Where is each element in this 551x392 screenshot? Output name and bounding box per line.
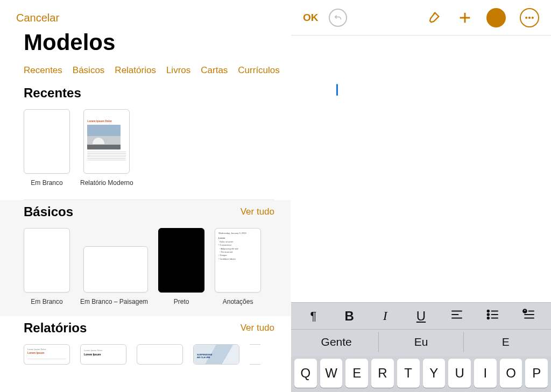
suggestion-2[interactable]: Eu (379, 332, 463, 352)
ellipsis-icon (524, 12, 535, 23)
section-relatorios: Relatórios Ver tudo Lorem Ipsum Dolor Lo… (0, 316, 291, 365)
template-report-1[interactable]: Lorem Ipsum Dolor Lorem Ipsum (24, 344, 70, 365)
tab-livros[interactable]: Livros (166, 65, 190, 76)
thumbnail-report-5 (250, 344, 260, 365)
svg-point-6 (488, 317, 489, 318)
section-title-basicos: Básicos (24, 204, 73, 219)
template-label: Preto (174, 298, 189, 305)
section-basicos: Básicos Ver tudo Em Branco Em Branco – P… (0, 200, 291, 316)
thumbnail-report-3 (137, 344, 183, 365)
italic-button[interactable]: I (367, 309, 403, 323)
template-notes[interactable]: Wednesday, January 9, 2019 Lorem Dolor s… (215, 228, 261, 305)
svg-point-4 (488, 310, 489, 311)
thumbnail-report-1: Lorem Ipsum Dolor Lorem Ipsum (24, 344, 70, 365)
page-title: Modelos (0, 26, 291, 56)
key-o[interactable]: O (500, 359, 522, 388)
section-recentes: Recentes Em Branco Lorem Ipsum Dolor Rel… (0, 81, 291, 192)
insert-block-icon (522, 308, 536, 322)
svg-point-3 (532, 17, 533, 18)
list-icon (486, 308, 500, 322)
svg-point-0 (494, 13, 498, 17)
svg-point-5 (488, 313, 489, 315)
key-w[interactable]: W (320, 359, 343, 388)
thumbnail-blank-landscape (83, 246, 148, 293)
suggestion-1[interactable]: Gente (294, 332, 379, 352)
insert-button[interactable] (455, 8, 475, 27)
align-button[interactable] (439, 308, 475, 325)
thumbnail-notes: Wednesday, January 9, 2019 Lorem Dolor s… (215, 228, 261, 293)
keyboard-row-1: Q W E R T Y U I O P (291, 357, 551, 392)
key-q[interactable]: Q (294, 359, 317, 388)
key-t[interactable]: T (397, 359, 420, 388)
template-label: Anotações (223, 298, 253, 305)
template-label: Em Branco (31, 179, 62, 187)
align-left-icon (450, 308, 464, 322)
template-modern-report[interactable]: Lorem Ipsum Dolor Relatório Moderno (80, 109, 133, 187)
template-label: Em Branco (31, 298, 62, 305)
format-brush-button[interactable] (424, 8, 443, 27)
tab-cartas[interactable]: Cartas (201, 65, 228, 76)
template-report-5[interactable] (250, 344, 260, 365)
thumbnail-black (158, 228, 204, 293)
template-chooser-panel: Cancelar Modelos Recentes Básicos Relató… (0, 0, 291, 392)
collaborate-button[interactable] (486, 8, 506, 27)
template-blank[interactable]: Em Branco (24, 109, 70, 187)
key-i[interactable]: I (474, 359, 497, 388)
key-e[interactable]: E (345, 359, 368, 388)
template-black[interactable]: Preto (158, 228, 204, 305)
text-cursor (336, 84, 338, 96)
insert-block-button[interactable] (511, 308, 547, 325)
tab-basicos[interactable]: Básicos (73, 65, 105, 76)
keyboard-area: ¶ B I U Gente Eu E Q W E R T Y (291, 302, 551, 392)
person-icon (490, 12, 502, 24)
suggestion-3[interactable]: E (464, 332, 548, 352)
editor-toolbar: OK (291, 0, 551, 35)
see-all-relatorios[interactable]: Ver tudo (241, 323, 274, 333)
cancel-button[interactable]: Cancelar (0, 0, 291, 26)
thumbnail-modern-report: Lorem Ipsum Dolor (83, 109, 130, 174)
thumbnail-blank (24, 109, 70, 174)
template-label: Relatório Moderno (80, 179, 133, 187)
template-report-2[interactable]: Lorem Ipsum Dolor Lorem Ipsum (80, 344, 126, 365)
tab-recentes[interactable]: Recentes (24, 65, 62, 76)
template-report-4[interactable]: SUSPENDISSEAB CLA URE (193, 344, 239, 365)
bullet-list-button[interactable] (475, 308, 511, 325)
svg-point-1 (526, 17, 527, 18)
key-r[interactable]: R (371, 359, 394, 388)
svg-point-2 (528, 17, 530, 18)
see-all-basicos[interactable]: Ver tudo (241, 206, 274, 217)
underline-button[interactable]: U (403, 309, 439, 324)
thumbnail-blank (24, 228, 70, 293)
predictive-bar: Gente Eu E (291, 330, 551, 357)
thumbnail-report-4: SUSPENDISSEAB CLA URE (193, 344, 239, 365)
section-title-relatorios: Relatórios (24, 320, 87, 336)
thumbnail-report-2: Lorem Ipsum Dolor Lorem Ipsum (80, 344, 126, 365)
undo-button[interactable] (328, 8, 348, 27)
template-report-3[interactable] (137, 344, 183, 365)
tab-curriculos[interactable]: Currículos (238, 65, 279, 76)
section-title-recentes: Recentes (24, 85, 81, 101)
done-button[interactable]: OK (303, 12, 319, 24)
template-blank-landscape[interactable]: Em Branco – Paisagem (80, 246, 148, 305)
plus-icon (457, 10, 472, 25)
template-blank2[interactable]: Em Branco (24, 228, 70, 305)
document-canvas[interactable] (291, 35, 551, 302)
more-button[interactable] (520, 8, 539, 27)
undo-icon (329, 9, 347, 27)
tab-relatorios[interactable]: Relatórios (115, 65, 156, 76)
category-tabs: Recentes Básicos Relatórios Livros Carta… (0, 56, 291, 81)
bold-button[interactable]: B (331, 309, 368, 324)
brush-icon (426, 10, 441, 25)
template-label: Em Branco – Paisagem (80, 298, 148, 305)
key-u[interactable]: U (448, 359, 471, 388)
key-y[interactable]: Y (423, 359, 446, 388)
document-editor-panel: OK (291, 0, 551, 392)
format-shortcut-bar: ¶ B I U (291, 303, 551, 330)
key-p[interactable]: P (525, 359, 548, 388)
pilcrow-button[interactable]: ¶ (295, 309, 331, 323)
